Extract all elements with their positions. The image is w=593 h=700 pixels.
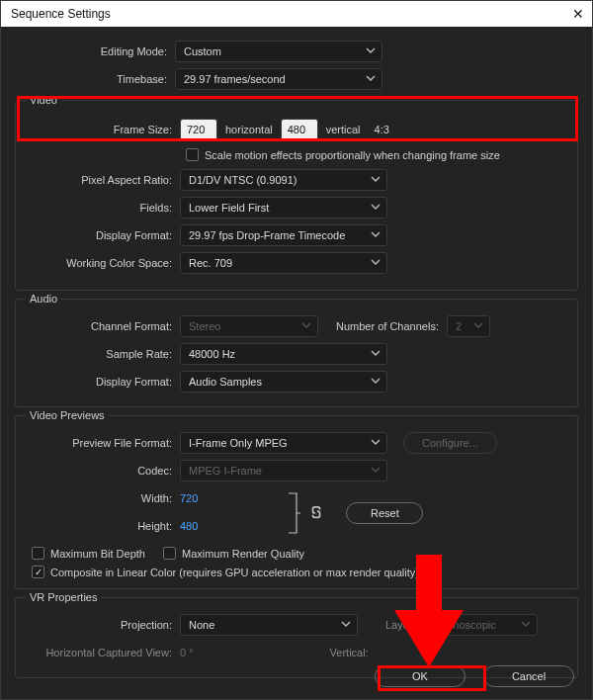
- horizontal-label: horizontal: [225, 124, 273, 135]
- reset-button[interactable]: Reset: [346, 502, 423, 524]
- video-group: Video Frame Size: 720 horizontal 480 ver…: [15, 100, 578, 291]
- max-bit-depth-label: Maximum Bit Depth: [50, 548, 145, 560]
- frame-size-label: Frame Size:: [20, 124, 180, 135]
- preview-file-format-label: Preview File Format:: [20, 437, 180, 449]
- color-space-select[interactable]: Rec. 709: [180, 252, 387, 274]
- chevron-down-icon: [366, 73, 376, 83]
- video-previews-group: Video Previews Preview File Format: I-Fr…: [15, 415, 578, 589]
- chevron-down-icon: [371, 465, 381, 475]
- composite-linear-label: Composite in Linear Color (requires GPU …: [50, 567, 419, 578]
- vertical-label: vertical: [326, 124, 361, 135]
- editing-mode-select[interactable]: Custom: [175, 41, 382, 62]
- max-bit-depth-checkbox[interactable]: [32, 547, 44, 560]
- codec-label: Codec:: [20, 465, 180, 477]
- frame-width-input[interactable]: 720: [180, 119, 217, 140]
- video-display-format-label: Display Format:: [20, 229, 180, 241]
- codec-select: MPEG I-Frame: [180, 460, 387, 481]
- audio-display-format-select[interactable]: Audio Samples: [180, 371, 387, 393]
- preview-file-format-select[interactable]: I-Frame Only MPEG: [180, 432, 387, 454]
- editing-mode-label: Editing Mode:: [15, 45, 175, 57]
- hcv-value: 0 °: [180, 647, 194, 658]
- dialog-footer: OK Cancel: [375, 665, 574, 687]
- chevron-down-icon: [371, 202, 381, 212]
- sequence-settings-window: Sequence Settings ✕ Editing Mode: Custom…: [0, 0, 593, 700]
- chevron-down-icon: [301, 320, 311, 330]
- ok-button[interactable]: OK: [375, 665, 466, 687]
- chevron-down-icon: [371, 257, 381, 267]
- frame-height-input[interactable]: 480: [281, 119, 318, 140]
- num-channels-label: Number of Channels:: [336, 320, 439, 332]
- vr-legend: VR Properties: [26, 591, 101, 603]
- max-render-quality-checkbox[interactable]: [163, 547, 176, 560]
- link-icon[interactable]: [310, 505, 322, 521]
- close-icon[interactable]: ✕: [572, 6, 584, 22]
- aspect-ratio-label: 4:3: [375, 124, 389, 135]
- layout-label: Layout:: [385, 619, 421, 631]
- chevron-down-icon: [371, 376, 381, 386]
- cancel-button[interactable]: Cancel: [483, 665, 574, 687]
- audio-legend: Audio: [26, 293, 61, 305]
- layout-select: Monoscopic: [429, 614, 538, 636]
- sample-rate-select[interactable]: 48000 Hz: [180, 343, 387, 365]
- channel-format-label: Channel Format:: [20, 320, 180, 332]
- chevron-down-icon: [473, 320, 483, 330]
- projection-select[interactable]: None: [180, 614, 358, 636]
- chevron-down-icon: [371, 348, 381, 358]
- sample-rate-label: Sample Rate:: [20, 348, 180, 360]
- audio-display-format-label: Display Format:: [20, 376, 180, 388]
- chevron-down-icon: [521, 619, 531, 629]
- scale-motion-checkbox[interactable]: [186, 148, 199, 161]
- preview-width-label: Width:: [20, 492, 180, 504]
- preview-height-label: Height:: [20, 520, 180, 532]
- fields-select[interactable]: Lower Field First: [180, 197, 387, 219]
- chevron-down-icon: [371, 229, 381, 239]
- preview-height-value[interactable]: 480: [180, 520, 198, 532]
- chevron-down-icon: [371, 437, 381, 447]
- projection-label: Projection:: [20, 619, 180, 631]
- chevron-down-icon: [341, 619, 351, 629]
- previews-legend: Video Previews: [26, 409, 109, 421]
- timebase-label: Timebase:: [15, 73, 175, 85]
- scale-motion-label: Scale motion effects proportionally when…: [205, 149, 500, 161]
- bracket-icon: [287, 491, 300, 535]
- composite-linear-checkbox[interactable]: [32, 566, 44, 578]
- channel-format-select: Stereo: [180, 315, 318, 337]
- color-space-label: Working Color Space:: [20, 257, 180, 269]
- title-bar: Sequence Settings ✕: [1, 1, 592, 27]
- preview-width-value[interactable]: 720: [180, 492, 198, 504]
- fields-label: Fields:: [20, 202, 180, 214]
- pixel-aspect-select[interactable]: D1/DV NTSC (0.9091): [180, 169, 387, 191]
- num-channels-select: 2: [447, 315, 490, 337]
- vr-vertical-label: Vertical:: [330, 647, 369, 658]
- window-title: Sequence Settings: [11, 7, 111, 21]
- configure-button: Configure...: [403, 432, 497, 454]
- chevron-down-icon: [371, 174, 381, 184]
- hcv-label: Horizontal Captured View:: [20, 647, 180, 658]
- audio-group: Audio Channel Format: Stereo Number of C…: [15, 299, 578, 407]
- max-render-quality-label: Maximum Render Quality: [182, 548, 304, 560]
- pixel-aspect-label: Pixel Aspect Ratio:: [20, 174, 180, 186]
- video-legend: Video: [26, 94, 61, 106]
- chevron-down-icon: [366, 45, 376, 55]
- video-display-format-select[interactable]: 29.97 fps Drop-Frame Timecode: [180, 224, 387, 246]
- timebase-select[interactable]: 29.97 frames/second: [175, 68, 382, 90]
